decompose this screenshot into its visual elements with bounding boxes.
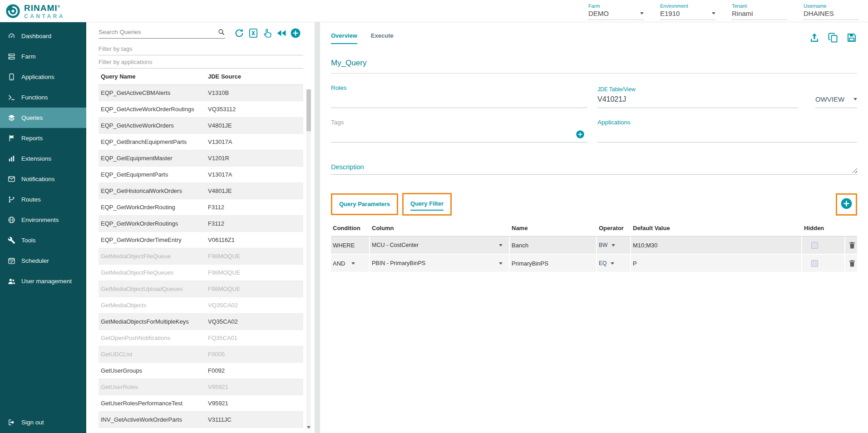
- sidebar-item-queries[interactable]: Queries: [0, 108, 86, 128]
- filter-tags-input[interactable]: [99, 42, 303, 55]
- query-row[interactable]: GetOpenPushNotificationsFQ35CA01: [99, 330, 303, 346]
- save-button[interactable]: [846, 32, 857, 43]
- query-row[interactable]: GetMediaObjectsVQ35CA02: [99, 297, 303, 314]
- roles-input[interactable]: [331, 91, 587, 108]
- query-row[interactable]: EQP_GetWorkOrderTimeEntryV06116Z1: [99, 232, 303, 248]
- operator-select[interactable]: EQ: [597, 255, 631, 272]
- chevron-down-icon[interactable]: [712, 12, 715, 15]
- column-select[interactable]: PBIN - PrimaryBinPS: [370, 255, 510, 272]
- query-row[interactable]: EQP_GetActiveWorkOrdersV4801JE: [99, 118, 303, 134]
- pointer-mode-button[interactable]: [262, 28, 273, 39]
- upload-button[interactable]: [809, 32, 820, 43]
- new-query-button[interactable]: [290, 28, 301, 39]
- jde-table-label: JDE Table/View: [597, 86, 798, 93]
- query-jde-source: F3112: [208, 220, 303, 227]
- sign-out-button[interactable]: Sign out: [0, 411, 86, 433]
- sidebar-item-farm[interactable]: Farm: [0, 46, 86, 67]
- tab-execute[interactable]: Execute: [371, 32, 394, 44]
- sidebar-item-environments[interactable]: Environments: [0, 210, 86, 230]
- condition-select[interactable]: WHERE: [331, 236, 370, 254]
- query-row[interactable]: GetUDCListF0005: [99, 346, 303, 363]
- query-row[interactable]: GetMediaObjectsForMultipleKeysVQ35CA02: [99, 314, 303, 330]
- filter-applications-input[interactable]: [99, 55, 303, 69]
- default-value-input[interactable]: M10;M30: [631, 236, 802, 254]
- query-row[interactable]: EQP_GetEquipmentPartsV13017A: [99, 167, 303, 183]
- query-row[interactable]: GetMediaObjectFileQueueF98MOQUE: [99, 248, 303, 265]
- query-row[interactable]: GetUserGroupsF0092: [99, 363, 303, 379]
- export-excel-button[interactable]: [248, 28, 259, 39]
- condition-select[interactable]: AND: [331, 255, 370, 272]
- sidebar-item-applications[interactable]: Applications: [0, 67, 86, 87]
- sidebar-item-extensions[interactable]: Extensions: [0, 148, 86, 169]
- jde-table-value[interactable]: V41021J: [597, 95, 798, 108]
- header-field-farm[interactable]: FarmDEMO: [588, 3, 644, 20]
- search-input[interactable]: [99, 29, 217, 35]
- collapse-list-button[interactable]: [276, 28, 287, 39]
- filter-name-input[interactable]: Banch: [510, 236, 597, 254]
- sidebar-item-tools[interactable]: Tools: [0, 230, 86, 251]
- query-row[interactable]: INV_GetActiveWorkOrderPartsV3111JC: [99, 412, 303, 428]
- query-name: EQP_GetEquipmentParts: [101, 171, 208, 178]
- sidebar-item-reports[interactable]: Reports: [0, 128, 86, 148]
- default-value-input[interactable]: P: [631, 255, 802, 272]
- copy-button[interactable]: [828, 32, 838, 43]
- view-type-select[interactable]: OWVIEW: [815, 95, 857, 108]
- search-field[interactable]: [99, 28, 225, 39]
- query-row[interactable]: GetUserRolesPerformanceTestV95921: [99, 395, 303, 412]
- sidebar-item-notifications[interactable]: Notifications: [0, 169, 86, 189]
- filter-name-input[interactable]: PrimaryBinPS: [510, 255, 597, 272]
- column-header-column: Column: [370, 225, 510, 231]
- tags-field: Tags: [331, 119, 587, 143]
- hidden-checkbox[interactable]: [811, 242, 818, 249]
- query-row[interactable]: EQP_GetEquipmentMasterV1201R: [99, 150, 303, 167]
- tags-input[interactable]: [331, 126, 587, 143]
- query-row[interactable]: GetMediaObjectFileQueuesF98MOQUE: [99, 265, 303, 281]
- description-field[interactable]: Description: [331, 163, 857, 175]
- sidebar-item-functions[interactable]: Functions: [0, 87, 86, 108]
- applications-input[interactable]: [597, 126, 857, 143]
- query-name: GetMediaObjectUploadQueues: [101, 285, 208, 292]
- query-row[interactable]: EQP_GetBranchEquipmentPartsV13017A: [99, 134, 303, 150]
- sidebar-item-scheduler[interactable]: Scheduler: [0, 251, 86, 271]
- tab-query-filter[interactable]: Query Filter: [410, 200, 444, 211]
- delete-row-icon[interactable]: [848, 241, 857, 250]
- query-row[interactable]: EQP_GetWorkOrderRoutingsF3112: [99, 216, 303, 232]
- sidebar-item-dashboard[interactable]: Dashboard: [0, 26, 86, 46]
- query-row[interactable]: EQP_GetWorkOrderRoutingF3112: [99, 199, 303, 216]
- scrollbar-thumb[interactable]: [306, 89, 311, 131]
- header-field-label: Username: [804, 3, 859, 9]
- functions-icon: [8, 93, 15, 101]
- scrollbar[interactable]: [306, 89, 311, 429]
- tab-query-parameters[interactable]: Query Parameters: [339, 201, 390, 210]
- query-jde-source: V13017A: [208, 138, 303, 145]
- query-row[interactable]: GetMediaObjectUploadQueuesF98MOQUE: [99, 281, 303, 297]
- query-jde-source: FQ35CA01: [208, 335, 303, 341]
- column-select[interactable]: MCU - CostCenter: [370, 236, 510, 254]
- hidden-checkbox[interactable]: [811, 260, 818, 267]
- query-row[interactable]: EQP_GetActiveWorkOrderRoutingsVQ353112: [99, 101, 303, 118]
- query-row[interactable]: EQP_GetActiveCBMAlertsV1310B: [99, 85, 303, 101]
- query-row[interactable]: EQP_GetHistoricalWorkOrdersV4801JE: [99, 183, 303, 199]
- chevron-down-icon[interactable]: [640, 12, 644, 15]
- operator-select[interactable]: BW: [597, 236, 631, 254]
- sidebar: DashboardFarmApplicationsFunctionsQuerie…: [0, 22, 86, 433]
- query-name: GetMediaObjects: [101, 302, 208, 309]
- delete-row-icon[interactable]: [848, 259, 857, 268]
- add-tag-button[interactable]: [576, 130, 585, 139]
- sidebar-item-routes[interactable]: Routes: [0, 189, 86, 210]
- add-filter-button[interactable]: [840, 197, 853, 210]
- sidebar-item-user-management[interactable]: User management: [0, 271, 86, 291]
- query-title-input[interactable]: [331, 59, 857, 68]
- query-name: GetUserRoles: [101, 384, 208, 390]
- refresh-button[interactable]: [234, 28, 245, 39]
- query-name: EQP_GetWorkOrderRouting: [101, 204, 208, 211]
- scroll-down-icon[interactable]: [307, 426, 311, 428]
- rewind-icon: [276, 28, 287, 39]
- query-jde-source: V95921: [208, 400, 303, 407]
- column-header-operator: Operator: [597, 225, 631, 231]
- header-field-label: Tenant: [732, 3, 787, 9]
- query-row[interactable]: GetUserRolesV95921: [99, 379, 303, 395]
- sidebar-item-label: Extensions: [21, 155, 51, 162]
- tab-overview[interactable]: Overview: [331, 32, 357, 44]
- header-field-environment[interactable]: EnvironmentE1910: [660, 3, 715, 20]
